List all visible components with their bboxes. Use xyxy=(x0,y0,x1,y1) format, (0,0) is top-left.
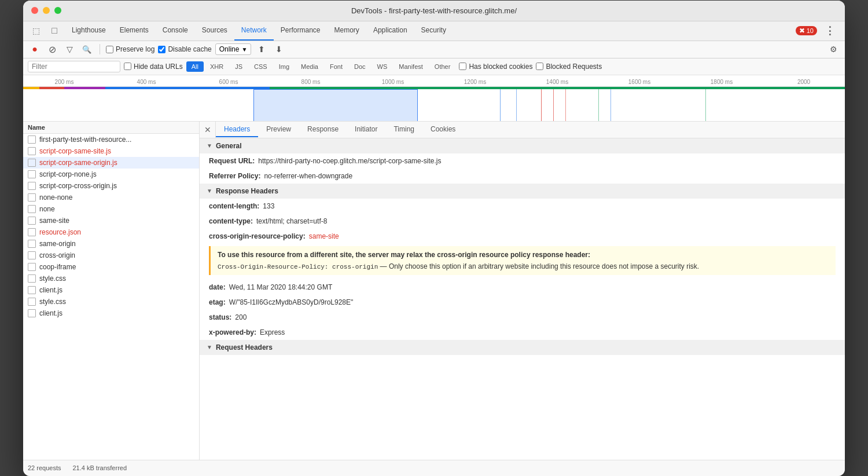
list-item[interactable]: resource.json xyxy=(23,226,199,238)
settings-icon[interactable]: ⚙ xyxy=(826,42,840,56)
error-badge[interactable]: ✖ 10 xyxy=(796,26,817,35)
list-item[interactable]: same-origin xyxy=(23,238,199,250)
record-button[interactable]: ● xyxy=(28,42,42,56)
filter-type-all[interactable]: All xyxy=(186,61,204,72)
referrer-policy-row: Referrer Policy: no-referrer-when-downgr… xyxy=(200,169,845,184)
clear-button[interactable]: ⊘ xyxy=(45,42,59,56)
file-checkbox[interactable] xyxy=(28,170,36,178)
file-name: style.css xyxy=(39,298,194,306)
list-item[interactable]: cross-origin xyxy=(23,250,199,261)
devtools-tab-application[interactable]: Application xyxy=(366,21,414,41)
has-blocked-cookies-checkbox[interactable] xyxy=(459,63,466,70)
devtools-tab-memory[interactable]: Memory xyxy=(328,21,366,41)
hide-data-urls-checkbox[interactable] xyxy=(124,63,131,70)
devtools-tab-security[interactable]: Security xyxy=(414,21,453,41)
file-checkbox[interactable] xyxy=(28,309,36,317)
list-item[interactable]: script-corp-same-origin.js xyxy=(23,157,199,169)
maximize-button[interactable] xyxy=(54,7,61,14)
detail-panel: ✕ HeadersPreviewResponseInitiatorTimingC… xyxy=(200,122,845,460)
cursor-tool-icon[interactable]: ⬚ xyxy=(28,23,44,39)
blocked-requests-checkbox[interactable] xyxy=(536,63,543,70)
blocked-requests-label[interactable]: Blocked Requests xyxy=(536,63,602,71)
filter-type-doc[interactable]: Doc xyxy=(349,61,371,72)
file-checkbox[interactable] xyxy=(28,274,36,283)
list-item[interactable]: style.css xyxy=(23,296,199,307)
detail-tab-initiator[interactable]: Initiator xyxy=(347,122,385,137)
filter-type-media[interactable]: Media xyxy=(296,61,323,72)
list-item[interactable]: coop-iframe xyxy=(23,261,199,273)
filter-type-other[interactable]: Other xyxy=(429,61,456,72)
list-item[interactable]: script-corp-none.js xyxy=(23,169,199,180)
timeline-area[interactable]: 200 ms400 ms600 ms800 ms1000 ms1200 ms14… xyxy=(23,75,845,122)
file-name: resource.json xyxy=(39,228,194,236)
list-item[interactable]: none xyxy=(23,203,199,215)
detail-tab-timing[interactable]: Timing xyxy=(385,122,422,137)
file-checkbox[interactable] xyxy=(28,286,36,294)
request-headers-section-header[interactable]: ▼ Request Headers xyxy=(200,340,845,355)
etag-row: etag: W/"85-I1lI6GczMydbABS0yD/9roL928E" xyxy=(200,295,845,310)
file-checkbox[interactable] xyxy=(28,240,36,248)
file-checkbox[interactable] xyxy=(28,182,36,190)
file-checkbox[interactable] xyxy=(28,136,36,144)
list-item[interactable]: client.js xyxy=(23,284,199,296)
devtools-tab-elements[interactable]: Elements xyxy=(113,21,156,41)
preserve-log-label[interactable]: Preserve log xyxy=(106,45,155,53)
devtools-tab-console[interactable]: Console xyxy=(156,21,195,41)
content-length-row: content-length: 133 xyxy=(200,199,845,214)
file-checkbox[interactable] xyxy=(28,193,36,202)
download-icon[interactable]: ⬇ xyxy=(272,42,286,56)
devtools-tab-sources[interactable]: Sources xyxy=(195,21,234,41)
list-item[interactable]: script-corp-cross-origin.js xyxy=(23,180,199,192)
filter-type-manifest[interactable]: Manifest xyxy=(393,61,428,72)
general-section-header[interactable]: ▼ General xyxy=(200,138,845,153)
devtools-tab-lighthouse[interactable]: Lighthouse xyxy=(65,21,113,41)
file-name: script-corp-same-site.js xyxy=(39,147,194,155)
file-checkbox[interactable] xyxy=(28,263,36,271)
devtools-tab-performance[interactable]: Performance xyxy=(274,21,328,41)
list-item[interactable]: first-party-test-with-resource... xyxy=(23,134,199,145)
detail-tab-cookies[interactable]: Cookies xyxy=(422,122,464,137)
has-blocked-cookies-label[interactable]: Has blocked cookies xyxy=(459,63,532,71)
list-item[interactable]: style.css xyxy=(23,273,199,284)
throttle-select[interactable]: Online ▼ xyxy=(215,43,252,55)
search-icon[interactable]: 🔍 xyxy=(80,42,94,56)
detail-tab-response[interactable]: Response xyxy=(299,122,347,137)
file-checkbox[interactable] xyxy=(28,205,36,213)
minimize-button[interactable] xyxy=(43,7,50,14)
file-checkbox[interactable] xyxy=(28,228,36,236)
filter-type-font[interactable]: Font xyxy=(325,61,348,72)
close-detail-button[interactable]: ✕ xyxy=(200,122,216,138)
filter-type-js[interactable]: JS xyxy=(230,61,248,72)
list-item[interactable]: same-site xyxy=(23,215,199,226)
close-button[interactable] xyxy=(31,7,38,14)
ruler-tick: 2000 xyxy=(763,79,845,85)
filter-type-img[interactable]: Img xyxy=(274,61,295,72)
response-headers-section-header[interactable]: ▼ Response Headers xyxy=(200,184,845,199)
file-checkbox[interactable] xyxy=(28,159,36,167)
devtools-tab-network[interactable]: Network xyxy=(234,21,274,41)
detail-tab-preview[interactable]: Preview xyxy=(258,122,299,137)
hide-data-urls-label[interactable]: Hide data URLs xyxy=(124,63,183,71)
list-item[interactable]: client.js xyxy=(23,307,199,319)
file-checkbox[interactable] xyxy=(28,251,36,259)
file-checkbox[interactable] xyxy=(28,298,36,306)
filter-type-ws[interactable]: WS xyxy=(372,61,393,72)
upload-icon[interactable]: ⬆ xyxy=(255,42,269,56)
preserve-log-checkbox[interactable] xyxy=(106,46,113,53)
status-bar: 22 requests 21.4 kB transferred xyxy=(23,460,845,476)
file-checkbox[interactable] xyxy=(28,147,36,155)
file-checkbox[interactable] xyxy=(28,217,36,225)
detail-tab-headers[interactable]: Headers xyxy=(216,122,258,137)
more-options-icon[interactable]: ⋮ xyxy=(822,23,838,39)
list-item[interactable]: script-corp-same-site.js xyxy=(23,145,199,157)
disable-cache-checkbox[interactable] xyxy=(158,46,165,53)
list-item[interactable]: none-none xyxy=(23,192,199,203)
filter-type-xhr[interactable]: XHR xyxy=(205,61,229,72)
detail-tabs: ✕ HeadersPreviewResponseInitiatorTimingC… xyxy=(200,122,845,138)
inspect-icon[interactable]: □ xyxy=(46,23,62,39)
disable-cache-label[interactable]: Disable cache xyxy=(158,45,211,53)
filter-icon[interactable]: ▽ xyxy=(62,42,76,56)
filter-type-css[interactable]: CSS xyxy=(249,61,273,72)
filter-input[interactable] xyxy=(28,61,120,72)
file-name: client.js xyxy=(39,309,194,317)
